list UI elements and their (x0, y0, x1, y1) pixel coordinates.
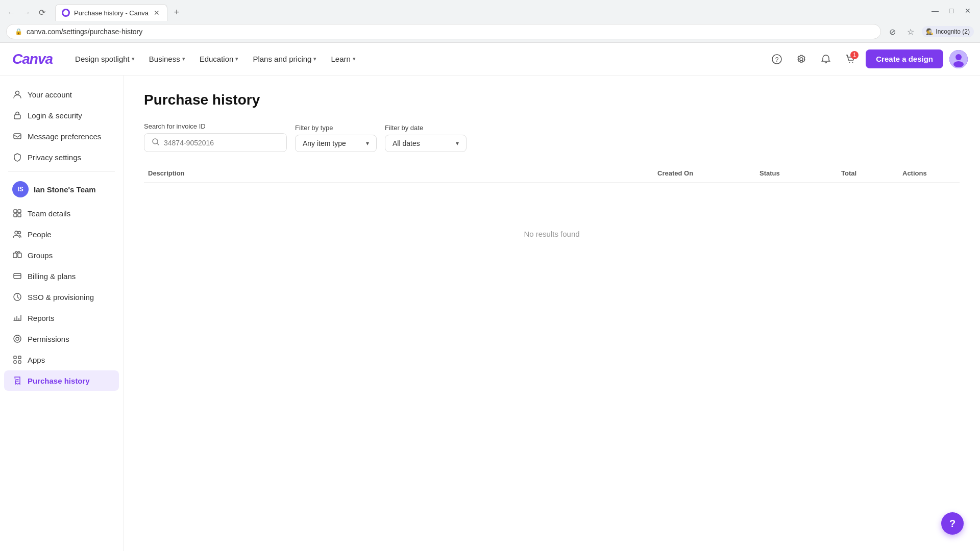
new-tab-button[interactable]: + (169, 6, 184, 20)
chevron-down-icon: ▾ (132, 56, 135, 62)
app-container: Canva Design spotlight ▾ Business ▾ Educ… (0, 43, 980, 551)
svg-rect-23 (14, 356, 16, 359)
notifications-button[interactable] (817, 50, 835, 68)
sidebar-label-team-details: Team details (28, 209, 70, 218)
sidebar-label-login-security: Login & security (28, 111, 82, 120)
svg-rect-12 (18, 210, 21, 213)
groups-icon (12, 250, 22, 260)
sidebar-label-privacy-settings: Privacy settings (28, 153, 81, 162)
canva-logo[interactable]: Canva (12, 51, 53, 67)
sidebar-label-your-account: Your account (28, 90, 72, 99)
chevron-down-icon: ▾ (235, 56, 238, 62)
chevron-down-icon: ▾ (366, 140, 369, 147)
user-avatar[interactable] (949, 50, 968, 68)
svg-rect-14 (18, 214, 21, 217)
sidebar-item-permissions[interactable]: Permissions (4, 329, 119, 349)
sidebar-item-groups[interactable]: Groups (4, 245, 119, 265)
type-filter-label: Filter by type (295, 124, 377, 132)
forward-button[interactable]: → (19, 6, 34, 20)
nav-learn[interactable]: Learn ▾ (325, 51, 361, 67)
sidebar-item-purchase-history[interactable]: Purchase history (4, 370, 119, 391)
page-title: Purchase history (144, 92, 960, 108)
browser-toolbar: 🔒 canva.com/settings/purchase-history ⊘ … (0, 21, 980, 42)
chevron-down-icon: ▾ (456, 140, 459, 147)
chevron-down-icon: ▾ (353, 56, 356, 62)
refresh-button[interactable]: ⟳ (35, 6, 49, 20)
nav-education[interactable]: Education ▾ (193, 51, 245, 67)
date-filter-select[interactable]: All dates ▾ (385, 135, 467, 152)
sidebar-label-message-preferences: Message preferences (28, 132, 101, 141)
sidebar-item-apps[interactable]: Apps (4, 349, 119, 370)
sidebar-item-your-account[interactable]: Your account (4, 84, 119, 105)
svg-point-8 (16, 91, 19, 95)
window-controls: — □ ✕ (929, 5, 980, 17)
sidebar-label-people: People (28, 230, 52, 239)
settings-button[interactable] (792, 50, 811, 68)
active-tab[interactable]: Purchase history - Canva ✕ (55, 4, 167, 21)
sidebar-label-reports: Reports (28, 314, 55, 322)
nav-business[interactable]: Business ▾ (143, 51, 191, 67)
date-filter-value: All dates (393, 139, 420, 147)
svg-rect-11 (14, 210, 17, 213)
sidebar-item-reports[interactable]: Reports (4, 308, 119, 328)
sidebar-team[interactable]: IS Ian Stone's Team (4, 176, 119, 203)
sidebar-item-login-security[interactable]: Login & security (4, 105, 119, 126)
sidebar-item-team-details[interactable]: Team details (4, 203, 119, 223)
help-button[interactable]: ? (768, 50, 786, 68)
minimize-button[interactable]: — (929, 5, 941, 17)
sidebar-item-people[interactable]: People (4, 224, 119, 244)
person-icon (12, 89, 22, 99)
apps-icon (12, 355, 22, 365)
svg-point-0 (63, 10, 68, 15)
col-status: Status (755, 169, 837, 177)
tab-close-button[interactable]: ✕ (153, 8, 161, 18)
svg-point-21 (14, 335, 21, 342)
shield-icon (12, 152, 22, 162)
sidebar-item-message-preferences[interactable]: Message preferences (4, 126, 119, 146)
sidebar-label-sso: SSO & provisioning (28, 293, 94, 302)
nav-design-spotlight[interactable]: Design spotlight ▾ (69, 51, 141, 67)
chevron-down-icon: ▾ (182, 56, 185, 62)
back-button[interactable]: ← (4, 6, 18, 20)
no-results-message: No results found (524, 230, 579, 238)
people-icon (12, 229, 22, 239)
address-bar[interactable]: 🔒 canva.com/settings/purchase-history (6, 24, 881, 39)
col-description: Description (144, 169, 653, 177)
search-filter-group: Search for invoice ID (144, 122, 287, 152)
type-filter-select[interactable]: Any item type ▾ (295, 135, 377, 152)
permissions-icon (12, 334, 22, 344)
svg-rect-9 (14, 115, 20, 119)
sidebar-item-sso[interactable]: SSO & provisioning (4, 287, 119, 307)
chart-icon (12, 313, 22, 323)
svg-point-3 (849, 62, 850, 63)
tab-favicon (62, 9, 70, 17)
search-input-wrap (144, 133, 287, 152)
create-design-button[interactable]: Create a design (866, 49, 943, 68)
cart-button[interactable]: 1 (841, 50, 860, 68)
main-area: Your account Login & security Message pr… (0, 76, 980, 551)
main-content: Purchase history Search for invoice ID F… (124, 76, 980, 551)
nav-plans-pricing[interactable]: Plans and pricing ▾ (247, 51, 323, 67)
svg-point-16 (18, 232, 21, 234)
floating-help-button[interactable]: ? (941, 512, 964, 535)
sso-icon (12, 292, 22, 302)
incognito-icon: 🕵 (926, 28, 934, 35)
receipt-icon (12, 375, 22, 386)
nav-actions: ? 1 Create a design (768, 49, 968, 68)
browser-chrome: ← → ⟳ Purchase history - Canva ✕ + — □ ✕… (0, 0, 980, 43)
team-name: Ian Stone's Team (34, 185, 96, 194)
date-filter-label: Filter by date (385, 124, 467, 132)
billing-icon (12, 271, 22, 281)
browser-actions: ⊘ ☆ 🕵 Incognito (2) (885, 24, 974, 39)
bookmark-icon[interactable]: ☆ (903, 24, 918, 39)
close-button[interactable]: ✕ (962, 5, 974, 17)
invoice-search-input[interactable] (164, 139, 279, 147)
lock-icon (12, 110, 22, 120)
camera-off-icon[interactable]: ⊘ (885, 24, 899, 39)
sidebar-item-billing-plans[interactable]: Billing & plans (4, 266, 119, 286)
grid-icon (12, 208, 22, 218)
sidebar-item-privacy-settings[interactable]: Privacy settings (4, 147, 119, 167)
maximize-button[interactable]: □ (945, 5, 958, 17)
sidebar-label-groups: Groups (28, 251, 53, 260)
search-label: Search for invoice ID (144, 122, 287, 130)
